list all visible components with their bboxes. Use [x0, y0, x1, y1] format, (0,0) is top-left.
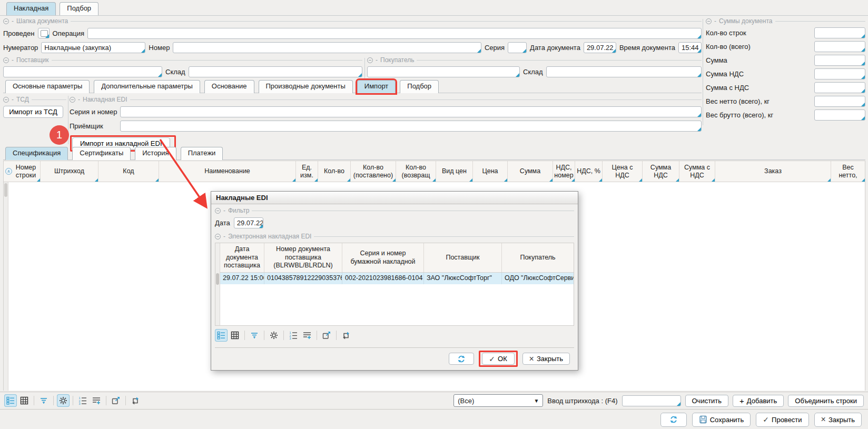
refresh-button[interactable] — [660, 413, 687, 427]
refresh-button[interactable] — [449, 353, 474, 365]
tab-payments[interactable]: Платежи — [181, 147, 223, 160]
collapse-icon[interactable] — [70, 97, 75, 103]
series-input[interactable] — [508, 42, 527, 53]
column-header-sum-vat[interactable]: Сумма НДС — [643, 161, 679, 182]
add-rows-icon[interactable] — [301, 329, 313, 342]
doc-date-input[interactable]: 29.07.22 — [584, 42, 616, 53]
gear-icon[interactable] — [268, 329, 280, 342]
column-header-price-with-vat[interactable]: Цена с НДС — [603, 161, 643, 182]
column-header-net-weight[interactable]: Вес нетто, — [831, 161, 865, 182]
column-header-row-number[interactable]: ∧ Номер строки — [4, 161, 41, 182]
sort-icon[interactable]: ∧ — [5, 168, 12, 175]
tab-specification[interactable]: Спецификация — [5, 147, 68, 160]
dialog-close-button[interactable]: × Закрыть — [522, 353, 570, 365]
row-filter-select[interactable]: (Все) ▼ — [453, 394, 543, 407]
edi-series-number-input[interactable] — [120, 106, 702, 117]
collapse-icon[interactable] — [3, 97, 9, 103]
save-button[interactable]: Сохранить — [692, 413, 751, 427]
column-header-buyer[interactable]: Покупатель — [502, 243, 574, 272]
tab-certificates[interactable]: Сертификаты — [72, 147, 131, 160]
filter-icon[interactable] — [37, 394, 50, 407]
add-row-button[interactable]: + Добавить — [733, 395, 784, 407]
column-header-sum[interactable]: Сумма — [508, 161, 553, 182]
tab-selection[interactable]: Подбор — [60, 2, 98, 15]
vertical-scrollbar[interactable] — [4, 182, 8, 391]
scrollbar-thumb[interactable] — [4, 183, 7, 197]
edi-invoice-row[interactable]: 29.07.22 15:06 0104385789122290353765 00… — [220, 273, 574, 284]
collapse-icon[interactable] — [706, 18, 712, 24]
close-button[interactable]: × Закрыть — [814, 413, 862, 427]
collapse-icon[interactable] — [3, 18, 9, 24]
tab-podbor-params[interactable]: Подбор — [400, 80, 439, 93]
filter-icon[interactable] — [248, 329, 261, 342]
tab-extra-params[interactable]: Дополнительные параметры — [94, 80, 200, 93]
operation-input[interactable] — [87, 28, 702, 39]
numerator-input[interactable]: Накладные (закупка) — [41, 42, 145, 53]
merge-rows-button[interactable]: Объединить строки — [788, 395, 864, 407]
open-external-icon[interactable] — [110, 394, 122, 407]
numbered-list-icon[interactable] — [287, 329, 300, 342]
ok-button[interactable]: ✓ ОК — [482, 353, 515, 365]
table-grid-icon[interactable] — [229, 329, 241, 342]
column-header-order[interactable]: Заказ — [715, 161, 831, 182]
numbered-list-icon[interactable] — [76, 394, 89, 407]
column-header-vat-percent[interactable]: НДС, % — [575, 161, 603, 182]
buyer-warehouse-input[interactable] — [546, 66, 702, 77]
gear-icon[interactable] — [57, 394, 70, 407]
collapse-icon[interactable] — [367, 57, 373, 63]
sum-input[interactable] — [814, 55, 865, 66]
column-header-price-type[interactable]: Вид цен — [436, 161, 473, 182]
vertical-scrollbar[interactable] — [215, 243, 220, 325]
rows-count-input[interactable] — [814, 27, 865, 38]
reload-icon[interactable] — [129, 394, 142, 407]
tab-derived-docs[interactable]: Производные документы — [259, 80, 353, 93]
checklist-view-icon[interactable] — [4, 394, 17, 407]
buyer-input[interactable] — [367, 66, 520, 77]
tab-basis[interactable]: Основание — [204, 80, 254, 93]
barcode-entry-label: Ввод штрихкода : (F4) — [547, 397, 617, 405]
column-header-qty-returned[interactable]: Кол-во (возвращ — [396, 161, 436, 182]
clear-button[interactable]: Очистить — [685, 395, 729, 407]
column-header-code[interactable]: Код — [98, 161, 159, 182]
posted-checkbox[interactable] — [38, 28, 50, 38]
column-header-qty[interactable]: Кол-во — [318, 161, 351, 182]
table-grid-icon[interactable] — [18, 394, 31, 407]
import-from-tsd-button[interactable]: Импорт из ТСД — [3, 106, 63, 118]
column-header-paper-series-number[interactable]: Серия и номер бумажной накладной — [342, 243, 424, 272]
sum-vat-input[interactable] — [814, 68, 865, 79]
column-header-supplier[interactable]: Поставщик — [424, 243, 502, 272]
tab-history[interactable]: История — [135, 147, 176, 160]
add-rows-icon[interactable] — [90, 394, 103, 407]
column-header-price[interactable]: Цена — [473, 161, 508, 182]
supplier-input[interactable] — [3, 66, 162, 77]
open-external-icon[interactable] — [320, 329, 333, 342]
collapse-icon[interactable] — [3, 57, 9, 63]
number-input[interactable] — [173, 42, 481, 53]
column-header-qty-delivered[interactable]: Кол-во (поставлено) — [351, 161, 396, 182]
doc-time-input[interactable]: 15:44 — [678, 42, 702, 53]
reload-icon[interactable] — [340, 329, 352, 342]
sum-with-vat-input[interactable] — [814, 82, 865, 93]
column-header-supplier-doc-date[interactable]: Дата документа поставщика — [220, 243, 264, 272]
column-header-vat-number[interactable]: НДС, номер — [553, 161, 575, 182]
column-header-name[interactable]: Наименование — [159, 161, 296, 182]
edi-receiver-input[interactable] — [120, 121, 702, 132]
tab-import[interactable]: Импорт — [357, 80, 396, 93]
tab-main-params[interactable]: Основные параметры — [5, 80, 90, 93]
gross-weight-input[interactable] — [814, 109, 865, 121]
filter-date-input[interactable]: 29.07.22 — [234, 217, 263, 228]
collapse-icon[interactable] — [215, 208, 221, 214]
scrollbar-thumb[interactable] — [216, 273, 219, 285]
qty-total-input[interactable] — [814, 41, 865, 52]
checklist-view-icon[interactable] — [215, 329, 228, 342]
tab-invoice[interactable]: Накладная — [6, 2, 56, 15]
net-weight-input[interactable] — [814, 96, 865, 107]
barcode-input[interactable] — [622, 395, 681, 406]
supplier-warehouse-input[interactable] — [189, 66, 362, 77]
column-header-barcode[interactable]: Штрихкод — [41, 161, 98, 182]
post-button[interactable]: ✓ Провести — [756, 413, 808, 427]
column-header-supplier-doc-number[interactable]: Номер документа поставщика (BLRWBL/BLRDL… — [264, 243, 342, 272]
column-header-unit[interactable]: Ед. изм. — [296, 161, 318, 182]
column-header-sum-with-vat[interactable]: Сумма с НДС — [679, 161, 715, 182]
collapse-icon[interactable] — [215, 234, 221, 240]
